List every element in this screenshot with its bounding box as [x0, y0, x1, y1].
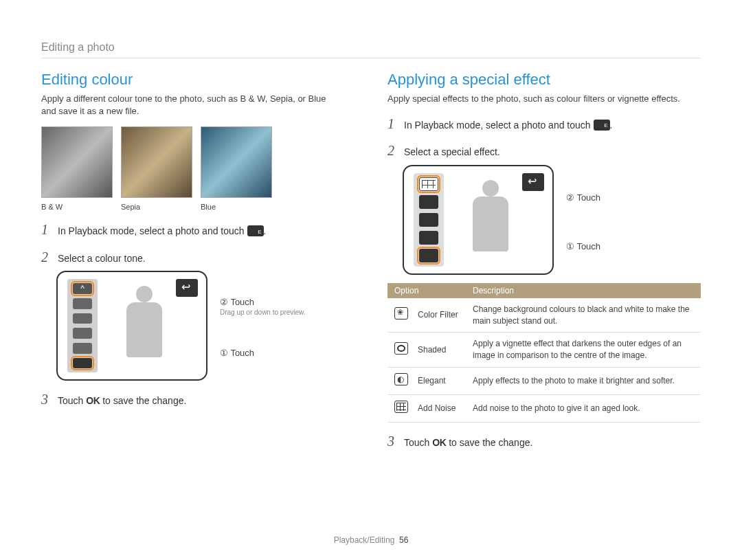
table-row: Elegant Apply effects to the photo to ma… — [387, 367, 701, 394]
breadcrumb: Editing a photo — [41, 41, 701, 58]
step-text-after: . — [610, 120, 613, 131]
heading-editing-colour: Editing colour — [41, 71, 355, 89]
option-desc: Apply a vignette effect that darkens the… — [466, 333, 701, 368]
colour-samples — [41, 126, 355, 198]
callouts: ② Touch ① Touch — [566, 165, 600, 251]
option-name: Shaded — [411, 333, 466, 368]
effect-screen-illustration: ② Touch ① Touch — [403, 165, 701, 275]
table-row: Color Filter Change background colours t… — [387, 298, 701, 333]
label-blue: Blue — [201, 203, 272, 211]
option-b-icon — [73, 313, 92, 324]
step-text: Select a colour tone. — [58, 249, 146, 266]
callout-touch-2: ② Touch — [566, 192, 600, 203]
sample-sepia-image — [121, 126, 192, 198]
option-name: Add Noise — [411, 394, 466, 422]
edit-menu-icon — [594, 120, 610, 131]
step-text: Select a special effect. — [404, 143, 500, 159]
option-bar — [414, 173, 444, 267]
step-text: In Playback mode, select a photo and tou… — [404, 120, 594, 131]
option-s-icon — [73, 328, 92, 339]
right-step-2: 2 Select a special effect. — [387, 143, 701, 159]
heading-special-effect: Applying a special effect — [387, 71, 701, 89]
option-shaded-icon — [419, 213, 438, 227]
callout-note: Drag up or down to preview. — [220, 309, 306, 316]
table-header-option: Option — [387, 283, 466, 298]
option-addnoise-icon — [419, 177, 438, 191]
option-desc: Change background colours to black and w… — [466, 298, 701, 333]
step-text-after: . — [264, 225, 267, 236]
intro-special-effect: Apply special effects to the photo, such… — [387, 93, 683, 105]
callout-touch-2: ② Touch — [220, 297, 306, 307]
callout-touch-1: ① Touch — [566, 241, 600, 251]
step-text-before: Touch — [58, 395, 86, 406]
option-name: Color Filter — [411, 298, 466, 333]
step-number: 1 — [41, 222, 52, 238]
ok-label: OK — [432, 437, 446, 448]
left-step-2: 2 Select a colour tone. — [41, 249, 355, 266]
option-name: Elegant — [411, 367, 466, 394]
color-filter-icon — [394, 307, 408, 320]
footer-section: Playback/Editing — [334, 535, 395, 545]
step-number: 1 — [387, 116, 398, 132]
option-desc: Apply effects to the photo to make it br… — [466, 367, 701, 394]
callouts: ② Touch Drag up or down to preview. ① To… — [220, 271, 306, 358]
step-number: 2 — [387, 143, 398, 159]
chevron-up-icon: ^ — [73, 283, 92, 294]
preview-image — [459, 179, 518, 265]
option-colorfilter-icon — [419, 231, 438, 245]
label-bw: B & W — [41, 203, 113, 211]
table-row: Shaded Apply a vignette effect that dark… — [387, 333, 701, 368]
preview-image — [113, 284, 172, 371]
section-special-effect: Applying a special effect Apply special … — [387, 71, 701, 449]
shaded-icon — [394, 342, 408, 355]
table-row: Add Noise Add noise to the photo to give… — [387, 394, 701, 422]
footer-page-number: 56 — [399, 535, 408, 545]
sample-blue-image — [201, 126, 272, 198]
ok-label: OK — [86, 395, 100, 406]
step-text-after: to save the change. — [446, 437, 532, 448]
right-step-1: 1 In Playback mode, select a photo and t… — [387, 116, 701, 133]
step-text-before: Touch — [404, 437, 432, 448]
callout-touch-1: ① Touch — [220, 348, 306, 358]
section-editing-colour: Editing colour Apply a different colour … — [41, 71, 355, 449]
device-screen — [403, 165, 554, 275]
intro-editing-colour: Apply a different colour tone to the pho… — [41, 93, 337, 117]
colour-screen-illustration: ^ ② Touch Drag up or down — [56, 271, 355, 381]
device-screen: ^ — [56, 271, 207, 381]
elegant-icon — [394, 373, 408, 385]
sample-bw-image — [41, 126, 113, 198]
option-desc: Add noise to the photo to give it an age… — [466, 394, 701, 422]
option-more-icon — [419, 249, 438, 262]
option-palette-icon — [73, 358, 92, 369]
left-step-3: 3 Touch OK to save the change. — [41, 392, 355, 408]
step-number: 3 — [387, 434, 398, 449]
edit-menu-icon — [247, 225, 264, 236]
page-footer: Playback/Editing 56 — [0, 535, 742, 545]
option-elegant-icon — [419, 195, 438, 209]
step-number: 3 — [41, 392, 52, 407]
right-step-3: 3 Touch OK to save the change. — [387, 434, 701, 450]
label-sepia: Sepia — [121, 203, 192, 211]
left-step-1: 1 In Playback mode, select a photo and t… — [41, 222, 355, 238]
step-text: In Playback mode, select a photo and tou… — [58, 225, 247, 236]
effects-table: Option Description Color Filter Change b… — [387, 283, 701, 423]
option-bar: ^ — [67, 279, 98, 372]
add-noise-icon — [394, 401, 408, 413]
table-header-description: Description — [466, 283, 701, 298]
back-icon — [522, 173, 544, 191]
step-text-after: to save the change. — [100, 395, 186, 406]
option-grid-icon — [73, 343, 92, 354]
option-r-icon — [73, 298, 92, 309]
step-number: 2 — [41, 249, 52, 265]
back-icon — [176, 279, 198, 297]
